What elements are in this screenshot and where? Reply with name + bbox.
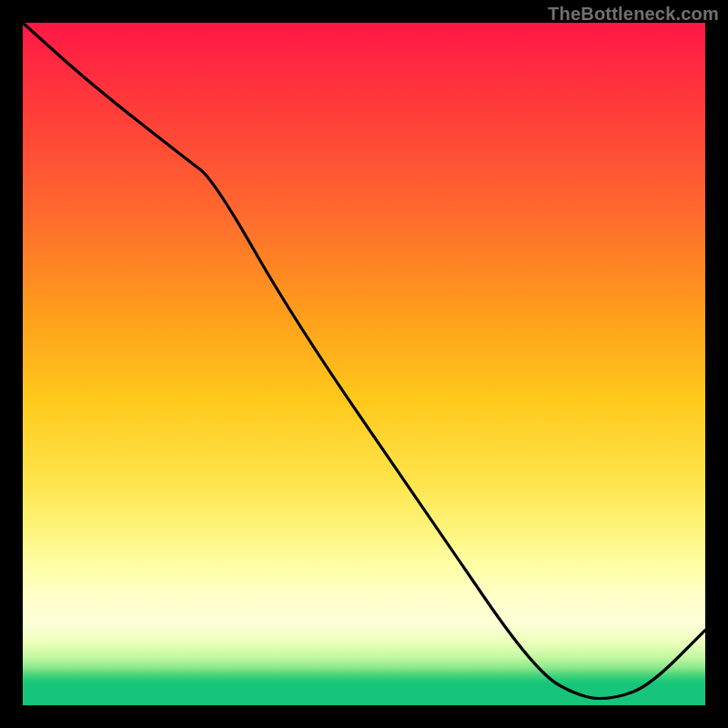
plot-area [23,23,705,705]
curve-svg [23,23,705,705]
chart-container: TheBottleneck.com [0,0,728,728]
watermark-text: TheBottleneck.com [548,4,719,25]
bottleneck-curve [23,23,705,699]
